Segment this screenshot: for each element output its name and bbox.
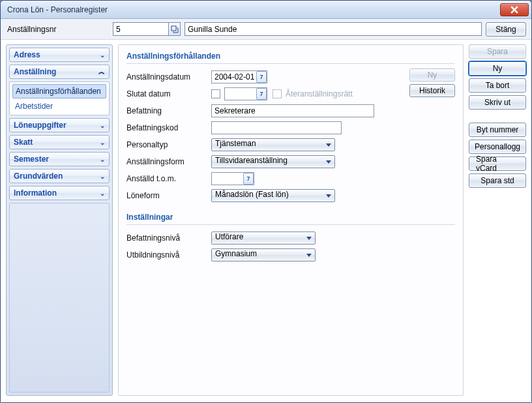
emp-lookup-button[interactable] (168, 23, 180, 35)
calendar-icon[interactable]: 7 (256, 71, 267, 83)
app-window: Crona Lön - Personalregister Anställning… (0, 0, 532, 403)
body: Adress ⌄ Anställning ︽ Anställningsförhå… (1, 40, 531, 402)
history-button[interactable]: Historik (409, 84, 455, 97)
sidebar-label-semester: Semester (14, 155, 49, 164)
label-utbniva: Utbildningsnivå (126, 250, 211, 260)
new-button[interactable]: Ny (469, 61, 526, 76)
sidebar-item-label: Arbetstider (15, 102, 53, 111)
combo-value: Månadslön (Fast lön) (215, 190, 289, 199)
btn-label: Historik (419, 86, 445, 95)
anstdatum-field: 7 (211, 70, 267, 83)
personallogg-button[interactable]: Personallogg (469, 140, 526, 154)
label-loneform: Löneform (126, 191, 211, 200)
atom-date-field: 7 (211, 172, 254, 185)
lookup-icon (171, 25, 179, 33)
calendar-icon[interactable]: 7 (256, 88, 267, 100)
sidebar-header-anstallning[interactable]: Anställning ︽ (9, 65, 110, 79)
label-atom: Anställd t.o.m. (126, 174, 211, 183)
sidebar-header-semester[interactable]: Semester ⌄ (9, 152, 110, 166)
label-aform: Anställningsform (126, 157, 211, 166)
befattning-input[interactable] (211, 104, 374, 117)
utbniva-combo[interactable]: Gymnasium (211, 248, 316, 261)
chevron-down-icon: ⌄ (100, 190, 105, 197)
change-number-button[interactable]: Byt nummer (469, 123, 526, 137)
combo-value: Utförare (215, 232, 243, 241)
window-title: Crona Lön - Personalregister (7, 5, 500, 14)
sidebar-header-skatt[interactable]: Skatt ⌄ (9, 135, 110, 149)
save-button[interactable]: Spara (469, 44, 526, 59)
btn-label: Spara vCard (476, 155, 519, 173)
btn-label: Spara std (480, 176, 514, 185)
svg-rect-0 (171, 26, 176, 31)
sidebar: Adress ⌄ Anställning ︽ Anställningsförhå… (6, 44, 113, 396)
btn-label: Ta bort (486, 81, 510, 90)
chevron-down-icon: ⌄ (100, 156, 105, 163)
right-actions: Spara Ny Ta bort Skriv ut Byt nummer Per… (469, 44, 526, 396)
combo-value: Tillsvidareanställning (215, 156, 288, 165)
emp-name-input[interactable] (185, 22, 482, 36)
sidebar-item-label: Anställningsförhållanden (16, 87, 101, 96)
save-std-button[interactable]: Spara std (469, 173, 526, 188)
befniva-combo[interactable]: Utförare (211, 231, 316, 245)
delete-button[interactable]: Ta bort (469, 78, 526, 93)
sidebar-label-anstallning: Anställning (14, 67, 56, 76)
chevron-down-icon: ⌄ (100, 139, 105, 146)
btn-label: Ny (493, 64, 503, 73)
emp-no-field (113, 22, 181, 36)
new-history-ny-button[interactable]: Ny (409, 68, 455, 82)
btn-label: Byt nummer (477, 125, 519, 134)
sidebar-item-arbetstider[interactable]: Arbetstider (12, 100, 106, 113)
close-icon (510, 6, 518, 14)
btn-label: Spara (487, 47, 508, 56)
section-title-1: Anställningsförhållanden (126, 52, 455, 64)
ptyp-combo[interactable]: Tjänsteman (211, 138, 335, 151)
sidebar-spacer (9, 203, 110, 393)
window-close-button[interactable] (500, 3, 529, 16)
label-ateranst: Återanställningsrätt (286, 89, 353, 98)
combo-value: Tjänsteman (215, 139, 256, 148)
label-befkod: Befattningskod (126, 123, 211, 132)
save-vcard-button[interactable]: Spara vCard (469, 157, 526, 171)
btn-label: Skriv ut (484, 98, 510, 107)
close-button[interactable]: Stäng (486, 22, 526, 37)
close-button-label: Stäng (495, 25, 516, 34)
btn-label: Personallogg (475, 142, 520, 151)
loneform-combo[interactable]: Månadslön (Fast lön) (211, 189, 335, 202)
chevron-down-icon: ⌄ (100, 173, 105, 180)
sidebar-label-loneuppgifter: Löneuppgifter (14, 121, 66, 130)
slutat-checkbox[interactable] (211, 89, 220, 98)
sidebar-item-anstforh[interactable]: Anställningsförhållanden (12, 84, 106, 98)
label-ptyp: Personaltyp (126, 140, 211, 149)
ateranst-checkbox[interactable] (273, 89, 282, 98)
sidebar-label-information: Information (14, 188, 57, 198)
inner-right-actions: Ny Historik (409, 52, 455, 97)
chevron-down-icon: ⌄ (100, 52, 105, 59)
sidebar-header-loneuppgifter[interactable]: Löneuppgifter ⌄ (9, 118, 110, 132)
slutat-date-field: 7 (224, 87, 267, 100)
section-title-2: Inställningar (126, 213, 455, 225)
titlebar: Crona Lön - Personalregister (1, 1, 531, 19)
label-anstdatum: Anställningsdatum (126, 72, 211, 82)
sidebar-label-grundvarden: Grundvärden (14, 172, 63, 181)
chevron-up-icon: ︽ (98, 67, 105, 76)
label-slutat: Slutat datum (126, 89, 211, 98)
main-panel: Ny Historik Anställningsförhållanden Ans… (118, 44, 464, 396)
sidebar-header-information[interactable]: Information ⌄ (9, 186, 110, 200)
sidebar-label-skatt: Skatt (14, 138, 33, 147)
calendar-icon[interactable]: 7 (243, 173, 254, 185)
aform-combo[interactable]: Tillsvidareanställning (211, 155, 335, 168)
combo-value: Gymnasium (215, 249, 257, 258)
label-befattning: Befattning (126, 106, 211, 115)
emp-no-label: Anställningsnr (6, 25, 109, 34)
sidebar-sub-anstallning: Anställningsförhållanden Arbetstider (9, 82, 110, 115)
sidebar-header-grundvarden[interactable]: Grundvärden ⌄ (9, 169, 110, 183)
befkod-input[interactable] (211, 121, 342, 134)
btn-label: Ny (428, 70, 437, 80)
sidebar-label-adress: Adress (14, 50, 40, 59)
print-button[interactable]: Skriv ut (469, 95, 526, 110)
chevron-down-icon: ⌄ (100, 122, 105, 129)
header-row: Anställningsnr Stäng (1, 19, 531, 40)
label-befniva: Befattningsnivå (126, 233, 211, 243)
sidebar-header-adress[interactable]: Adress ⌄ (9, 48, 110, 62)
